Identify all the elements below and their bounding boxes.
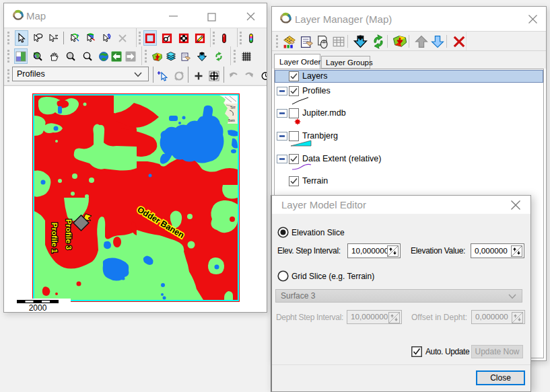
svg-text:2000: 2000 <box>29 303 47 312</box>
svg-text:Terl: Terl <box>230 106 235 110</box>
svg-text:Profile 1: Profile 1 <box>50 223 59 253</box>
svg-text:Bakk: Bakk <box>228 119 236 122</box>
svg-text:Profile 3: Profile 3 <box>65 219 73 249</box>
